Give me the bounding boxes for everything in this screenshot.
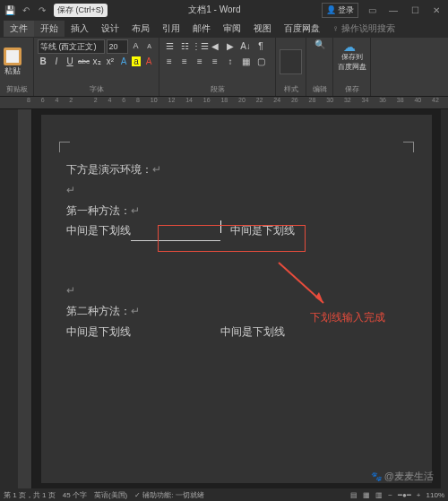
tab-refs[interactable]: 引用	[156, 21, 186, 37]
strike-button[interactable]: abc	[78, 57, 89, 65]
tab-home[interactable]: 开始	[34, 21, 65, 37]
maximize-icon[interactable]: ☐	[407, 4, 423, 16]
annotation-label: 下划线输入完成	[310, 307, 385, 328]
tab-view[interactable]: 视图	[247, 21, 278, 37]
font-size-combo[interactable]: 20	[107, 39, 129, 54]
tab-layout[interactable]: 布局	[125, 21, 156, 37]
indent-dec-button[interactable]: ◀	[209, 39, 221, 52]
margin-mark-tl	[59, 142, 70, 152]
font-name-combo[interactable]: 等线 (西文正文)	[38, 39, 105, 54]
shrink-font-icon[interactable]: A	[143, 39, 155, 52]
superscript-button[interactable]: x²	[105, 56, 116, 66]
status-language[interactable]: 英语(美国)	[94, 490, 127, 500]
view-print-icon[interactable]: ▤	[350, 491, 358, 499]
align-left-button[interactable]: ≡	[163, 55, 176, 67]
text-line-intro: 下方是演示环境：↵	[66, 160, 407, 180]
italic-button[interactable]: I	[51, 56, 62, 66]
tab-insert[interactable]: 插入	[65, 21, 95, 37]
margin-mark-tr	[403, 142, 414, 152]
text-line-blank-4: ↵	[66, 281, 407, 301]
tab-design[interactable]: 设计	[95, 21, 125, 37]
annotation-rect	[158, 225, 306, 252]
zoom-slider[interactable]: ━●━	[398, 491, 411, 499]
grow-font-icon[interactable]: A	[130, 39, 142, 52]
showmarks-button[interactable]: ¶	[254, 39, 267, 52]
cloud-icon: ☁	[343, 39, 361, 52]
group-clipboard-label: 剪贴板	[4, 84, 30, 94]
view-read-icon[interactable]: ▦	[363, 491, 370, 499]
numbering-button[interactable]: ☷	[178, 39, 191, 52]
shading-button[interactable]: ▦	[239, 55, 252, 67]
close-icon[interactable]: ✕	[428, 4, 444, 16]
group-paragraph-label: 段落	[163, 84, 271, 94]
text-effects-button[interactable]: A	[118, 56, 129, 66]
undo-icon[interactable]: ↶	[20, 4, 32, 16]
bold-button[interactable]: B	[38, 56, 48, 66]
find-icon[interactable]: 🔍	[314, 39, 325, 49]
justify-button[interactable]: ≡	[209, 55, 221, 67]
window-title: 文档1 - Word	[108, 4, 322, 16]
group-font-label: 字体	[38, 84, 155, 94]
tab-review[interactable]: 审阅	[217, 21, 247, 37]
document-page[interactable]: 下方是演示环境：↵ ↵ 第一种方法：↵ 中间是下划线 中间是下划线 ↵ 第二种方…	[41, 115, 432, 483]
text-line-method1: 第一种方法：↵	[66, 201, 407, 221]
minimize-icon[interactable]: —	[385, 4, 401, 16]
align-center-button[interactable]: ≡	[178, 55, 191, 67]
account-button[interactable]: 👤 登录	[322, 3, 358, 18]
font-color-button[interactable]: A	[143, 56, 154, 66]
view-web-icon[interactable]: ▥	[375, 491, 383, 499]
group-save-label: 保存	[337, 84, 366, 94]
tab-mail[interactable]: 邮件	[186, 21, 217, 37]
indent-inc-button[interactable]: ▶	[224, 39, 237, 52]
paste-icon	[4, 48, 22, 65]
ribbon-options-icon[interactable]: ▭	[364, 4, 380, 16]
zoom-in-button[interactable]: +	[417, 491, 421, 499]
save-shortcut-tip: 保存 (Ctrl+S)	[54, 4, 108, 17]
save-to-cloud-button[interactable]: ☁ 保存到 百度网盘	[337, 39, 366, 72]
underline-button[interactable]: U	[65, 56, 75, 66]
highlight-button[interactable]: a	[132, 56, 141, 66]
watermark: @麦麦生活	[371, 470, 434, 483]
subscript-button[interactable]: x₂	[91, 56, 102, 66]
text-line-blank-1: ↵	[66, 180, 407, 201]
tab-netdisk[interactable]: 百度网盘	[278, 21, 326, 37]
sort-button[interactable]: A↓	[239, 39, 252, 52]
align-right-button[interactable]: ≡	[194, 55, 206, 67]
borders-button[interactable]: ▢	[254, 55, 267, 67]
zoom-out-button[interactable]: −	[388, 491, 392, 499]
bullets-button[interactable]: ☰	[163, 39, 176, 52]
multilevel-button[interactable]: ⋮☰	[194, 39, 206, 52]
paste-button[interactable]: 粘贴	[4, 48, 22, 77]
status-page[interactable]: 第 1 页，共 1 页	[4, 490, 56, 500]
text-line-blank-3	[66, 261, 407, 281]
styles-gallery[interactable]	[280, 49, 302, 74]
horizontal-ruler[interactable]: 8642246810121416182022242628303234363840…	[0, 97, 448, 109]
redo-icon[interactable]: ↷	[36, 4, 48, 16]
group-styles-label: 样式	[280, 84, 302, 94]
zoom-level[interactable]: 110%	[426, 491, 444, 499]
status-accessibility[interactable]: ✓ 辅助功能: 一切就绪	[134, 490, 204, 500]
save-icon[interactable]: 💾	[4, 4, 16, 16]
status-wordcount[interactable]: 45 个字	[63, 490, 87, 500]
line-spacing-button[interactable]: ↕	[224, 55, 237, 67]
tab-file[interactable]: 文件	[4, 21, 34, 37]
vertical-ruler[interactable]	[18, 109, 32, 488]
tellme-search[interactable]: ♀ 操作说明搜索	[326, 21, 401, 37]
group-edit-label: 编辑	[310, 84, 329, 94]
